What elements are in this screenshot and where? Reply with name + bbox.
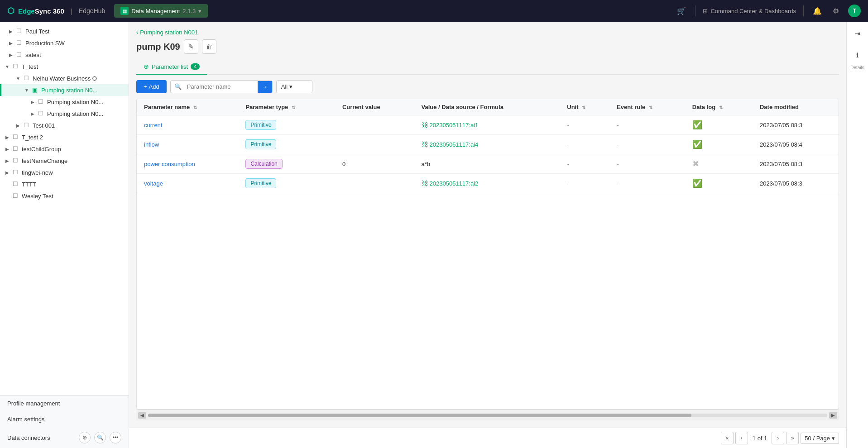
tree-toggle-wesley[interactable]: ▶ xyxy=(4,192,11,200)
settings-icon-button[interactable]: ⚙ xyxy=(831,5,841,17)
user-avatar[interactable]: T xyxy=(848,5,861,17)
edit-button[interactable]: ✎ xyxy=(184,39,198,54)
data-connectors-label[interactable]: Data connectors xyxy=(7,434,50,441)
last-page-button[interactable]: » xyxy=(786,432,799,444)
tree-toggle-production[interactable]: ▶ xyxy=(7,39,14,47)
tree-toggle-test001[interactable]: ▶ xyxy=(14,122,22,129)
tree-toggle-satest[interactable]: ▶ xyxy=(7,51,14,58)
filter-dropdown-icon: ▾ xyxy=(289,83,293,90)
more-connector-icon[interactable]: ••• xyxy=(110,432,121,443)
sidebar-item-pumping-n002[interactable]: ▶ ☐ Pumping station N0... xyxy=(0,96,129,108)
prev-page-button[interactable]: ‹ xyxy=(735,432,748,444)
horizontal-scrollbar[interactable]: ◀ ▶ xyxy=(136,410,839,420)
tree-toggle-t-test[interactable]: ▼ xyxy=(4,63,11,70)
alarm-settings-item[interactable]: Alarm settings xyxy=(0,411,129,427)
tree-toggle-testnamechange[interactable]: ▶ xyxy=(4,157,11,164)
sidebar-item-neihu-water[interactable]: ▼ ☐ Neihu Water Business O xyxy=(0,72,129,84)
data-connectors-row: Data connectors ⊕ 🔍 ••• xyxy=(0,427,129,448)
sidebar-item-paul-test[interactable]: ▶ ☐ Paul Test xyxy=(0,25,129,37)
sidebar-item-test-child-group[interactable]: ▶ ☐ testChildGroup xyxy=(0,143,129,155)
param-link-power[interactable]: power consumption xyxy=(144,161,195,167)
param-link-voltage[interactable]: voltage xyxy=(144,180,163,187)
total-pages: 1 xyxy=(764,435,767,442)
cell-param-name-current[interactable]: current xyxy=(137,115,238,135)
tree-toggle-tingwei[interactable]: ▶ xyxy=(4,169,11,176)
tree-toggle-pumping-n002[interactable]: ▶ xyxy=(29,98,36,105)
sidebar-item-pumping-n003[interactable]: ▶ ☐ Pumping station N0... xyxy=(0,108,129,119)
add-parameter-button[interactable]: + Add xyxy=(136,80,167,93)
delete-button[interactable]: 🗑 xyxy=(202,39,216,54)
pagination: « ‹ 1 of 1 › » 50 / Page ▾ xyxy=(129,428,846,448)
cell-unit-voltage: - xyxy=(560,174,609,193)
folder-icon: ☐ xyxy=(38,110,45,117)
folder-icon: ☐ xyxy=(13,181,20,188)
search-connector-icon[interactable]: 🔍 xyxy=(94,432,106,443)
col-header-type[interactable]: Parameter type ⇅ xyxy=(238,99,335,115)
cell-event-rule-inflow: - xyxy=(609,135,685,154)
sidebar-item-pumping-n001[interactable]: ▼ ▣ Pumping station N0... xyxy=(0,84,129,96)
cell-datasource-power: a*b xyxy=(414,154,560,174)
datasource-link-current[interactable]: ⛓ 202305051117:ai1 xyxy=(422,121,553,129)
add-connector-icon[interactable]: ⊕ xyxy=(79,432,91,443)
info-icon-button[interactable]: ℹ xyxy=(849,47,866,63)
first-page-button[interactable]: « xyxy=(721,432,734,444)
scroll-right-button[interactable]: ▶ xyxy=(829,412,837,419)
col-header-current-value[interactable]: Current value xyxy=(335,99,414,115)
bell-icon-button[interactable]: 🔔 xyxy=(811,5,824,17)
sidebar-item-t-test[interactable]: ▼ ☐ T_test xyxy=(0,61,129,72)
cell-param-name-voltage[interactable]: voltage xyxy=(137,174,238,193)
sidebar-item-satest[interactable]: ▶ ☐ satest xyxy=(0,49,129,61)
datasource-link-voltage[interactable]: ⛓ 202305051117:ai2 xyxy=(422,180,553,187)
cell-param-name-power[interactable]: power consumption xyxy=(137,154,238,174)
col-header-unit[interactable]: Unit ⇅ xyxy=(560,99,609,115)
folder-icon: ☐ xyxy=(13,157,20,164)
tab-parameter-list[interactable]: ⊕ Parameter list 4 xyxy=(136,59,207,75)
cell-datasource-current[interactable]: ⛓ 202305051117:ai1 xyxy=(414,115,560,135)
tree-toggle-pumping-n003[interactable]: ▶ xyxy=(29,110,36,117)
param-link-inflow[interactable]: inflow xyxy=(144,141,159,148)
sidebar-item-production-sw[interactable]: ▶ ☐ Production SW xyxy=(0,37,129,49)
sidebar-item-test-name-change[interactable]: ▶ ☐ testNameChange xyxy=(0,155,129,167)
sidebar-item-t-test-2[interactable]: ▶ ☐ T_test 2 xyxy=(0,131,129,143)
col-header-event-rule[interactable]: Event rule ⇅ xyxy=(609,99,685,115)
next-page-button[interactable]: › xyxy=(772,432,784,444)
profile-management-item[interactable]: Profile management xyxy=(0,396,129,411)
breadcrumb[interactable]: ‹ Pumping station N001 xyxy=(136,29,839,36)
tree-toggle-t-test-2[interactable]: ▶ xyxy=(4,133,11,141)
tree-toggle-tttt[interactable]: ▶ xyxy=(4,181,11,188)
cell-data-log-inflow: ✅ xyxy=(685,135,753,154)
scroll-left-button[interactable]: ◀ xyxy=(138,412,146,419)
command-center-button[interactable]: ⊞ Command Center & Dashboards xyxy=(703,8,796,14)
datasource-link-inflow[interactable]: ⛓ 202305051117:ai4 xyxy=(422,141,553,148)
tree-toggle-paul[interactable]: ▶ xyxy=(7,28,14,35)
sidebar-label-tttt: TTTT xyxy=(22,181,36,188)
sidebar-item-tingwei-new[interactable]: ▶ ☐ tingwei-new xyxy=(0,167,129,178)
sidebar-item-wesley-test[interactable]: ▶ ☐ Wesley Test xyxy=(0,190,129,202)
col-header-date-modified[interactable]: Date modified xyxy=(753,99,839,115)
main-layout: ▶ ☐ Paul Test ▶ ☐ Production SW ▶ ☐ sate… xyxy=(0,22,868,448)
tree-toggle-neihu[interactable]: ▼ xyxy=(14,75,22,82)
tree-toggle-pumping-n001[interactable]: ▼ xyxy=(23,86,30,94)
col-header-datasource[interactable]: Value / Data source / Formula xyxy=(414,99,560,115)
page-info: 1 of 1 xyxy=(753,435,767,442)
collapse-panel-button[interactable]: ⇥ xyxy=(849,25,866,42)
cell-param-name-inflow[interactable]: inflow xyxy=(137,135,238,154)
app-selector-button[interactable]: ▦ Data Management 2.1.3 ▾ xyxy=(114,4,208,18)
notifications-button[interactable]: 🛒 xyxy=(675,5,688,17)
col-header-name[interactable]: Parameter name ⇅ xyxy=(137,99,238,115)
param-link-current[interactable]: current xyxy=(144,122,162,129)
search-go-button[interactable]: → xyxy=(258,81,272,93)
scroll-track[interactable] xyxy=(148,414,827,417)
sidebar-item-tttt[interactable]: ▶ ☐ TTTT xyxy=(0,178,129,190)
tree-toggle-testchildgroup[interactable]: ▶ xyxy=(4,145,11,153)
tab-icon: ⊕ xyxy=(144,63,149,70)
search-input[interactable] xyxy=(185,81,258,93)
col-header-data-log[interactable]: Data log ⇅ xyxy=(685,99,753,115)
cell-datasource-voltage[interactable]: ⛓ 202305051117:ai2 xyxy=(414,174,560,193)
sidebar-label-pumping-n002: Pumping station N0... xyxy=(47,99,103,105)
sort-icon-unit: ⇅ xyxy=(582,105,585,110)
filter-select[interactable]: All ▾ xyxy=(276,80,312,93)
sidebar-item-test001[interactable]: ▶ ☐ Test 001 xyxy=(0,119,129,131)
cell-datasource-inflow[interactable]: ⛓ 202305051117:ai4 xyxy=(414,135,560,154)
per-page-selector[interactable]: 50 / Page ▾ xyxy=(801,433,839,444)
